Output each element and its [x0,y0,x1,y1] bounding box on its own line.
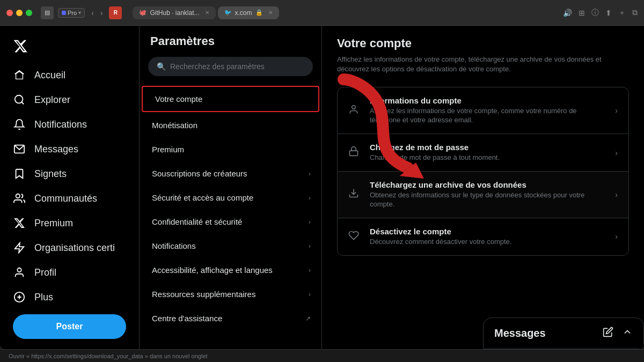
sidebar-item-plus[interactable]: Plus [4,285,135,309]
messages-panel: Messages [483,317,644,349]
search-icon: 🔍 [157,62,166,71]
sidebar-label-messages: Messages [34,144,78,155]
sidebar-label-accueil: Accueil [34,70,65,81]
sidebar-label-plus: Plus [34,292,53,303]
chevron-right-icon: › [309,291,311,298]
settings-item-label-securite: Sécurité et accès au compte [152,193,309,202]
sidebar-label-communautes: Communautés [34,193,97,204]
chevron-right-icon: › [615,232,618,241]
settings-item-label-monetisation: Monétisation [152,121,311,130]
svg-marker-4 [15,243,24,253]
section-item-password[interactable]: Changez de mot de passe Changez de mot d… [338,134,628,172]
search-input[interactable] [170,62,304,71]
maximize-button[interactable] [26,10,32,16]
content-section-account: Informations du compte Affichez les info… [337,87,629,255]
back-arrow[interactable]: ‹ [89,8,96,18]
section-item-title-password: Changez de mot de passe [370,143,606,152]
sidebar-item-communautes[interactable]: Communautés [4,187,135,210]
sidebar-label-signets: Signets [34,168,67,180]
sidebar-item-accueil[interactable]: Accueil [4,63,135,87]
settings-item-monetisation[interactable]: Monétisation [140,113,321,137]
sidebar-item-premium[interactable]: Premium [4,211,135,235]
chevron-right-icon: › [615,106,618,115]
sidebar-item-notifications[interactable]: Notifications [4,113,135,136]
chevron-right-icon: › [615,149,618,157]
settings-title: Paramètres [140,26,321,57]
sidebar-toggle-icon[interactable]: ▤ [41,6,54,19]
sidebar-item-messages[interactable]: Messages [4,137,135,161]
section-item-deactivate[interactable]: Désactivez le compte Découvrez comment d… [338,218,628,255]
external-link-icon: ↗ [305,315,311,322]
x-logo [4,34,135,60]
settings-item-premium[interactable]: Premium [140,137,321,161]
sidebar-item-organisations[interactable]: Organisations certi [4,236,135,260]
settings-item-accessibilite[interactable]: Accessibilité, affichage et langues › [140,258,321,282]
close-button[interactable] [6,10,13,16]
nav-arrows: ‹ › [89,8,105,18]
section-item-archive[interactable]: Téléchargez une archive de vos données O… [338,172,628,218]
tab-close-xcom[interactable]: ✕ [268,10,273,16]
content-area: Votre compte Affichez les informations d… [322,26,644,349]
settings-item-souscriptions[interactable]: Souscriptions de créateurs › [140,161,321,186]
collapse-messages-icon[interactable] [622,327,633,340]
search-icon [13,93,26,106]
titlebar-actions: 🔊 ⊞ ⓘ ⬆ ＋ ⧉ [563,8,638,18]
sidebar-label-explorer: Explorer [34,94,70,106]
app-icon: R [109,6,122,19]
sidebar-user[interactable]: Marine AMARO MARI @marine_redac ··· [4,344,135,349]
titlebar: ▤ Pro ▾ ‹ › R 🐙 GitHub · ianklat... ✕ 🐦 … [0,0,644,26]
main-window: Accueil Explorer Notifications Messages [0,26,644,349]
svg-point-3 [16,194,20,198]
more-icon [13,291,26,304]
download-icon [348,188,361,201]
status-text: Ouvrir « https://x.com/settings/download… [9,353,208,359]
lightning-icon [13,241,26,254]
settings-item-securite[interactable]: Sécurité et accès au compte › [140,186,321,210]
section-item-desc-archive: Obtenez des informations sur le type de … [370,191,606,209]
compose-message-icon[interactable] [603,327,613,340]
section-item-desc-informations: Affichez les informations de votre compt… [370,107,606,125]
tab-github[interactable]: 🐙 GitHub · ianklat... ✕ [133,6,215,19]
settings-item-label-centre: Centre d'assistance [152,314,305,323]
settings-item-centre[interactable]: Centre d'assistance ↗ [140,306,321,330]
votre-compte-item-wrapper: Votre compte [142,86,319,112]
new-tab-icon[interactable]: ＋ [618,8,626,18]
profile-icon [13,266,26,279]
sidebar-item-profil[interactable]: Profil [4,261,135,284]
settings-search[interactable]: 🔍 [148,57,313,76]
tab-xcom[interactable]: 🐦 x.com 🔒 ✕ [218,6,279,19]
bookmark-icon [13,167,26,180]
info-icon[interactable]: ⓘ [591,8,599,18]
settings-item-ressources[interactable]: Ressources supplémentaires › [140,282,321,306]
share-icon[interactable]: ⬆ [605,9,612,17]
post-button[interactable]: Poster [13,314,126,339]
tab-bar: 🐙 GitHub · ianklat... ✕ 🐦 x.com 🔒 ✕ [133,6,552,19]
minimize-button[interactable] [16,10,23,16]
heart-icon [348,230,361,243]
communities-icon [13,192,26,205]
settings-item-label-premium: Premium [152,145,311,154]
sidebar-label-organisations: Organisations certi [34,242,115,254]
person-icon [348,104,361,117]
svg-rect-11 [350,151,358,156]
settings-item-label-accessibilite: Accessibilité, affichage et langues [152,265,309,275]
settings-panel: Paramètres 🔍 Votre compte Monétisation P… [140,26,322,349]
tabs-icon[interactable]: ⧉ [632,8,638,17]
content-title: Votre compte [337,36,629,50]
tab-close-github[interactable]: ✕ [205,10,209,16]
section-item-content-informations: Informations du compte Affichez les info… [370,96,606,125]
forward-arrow[interactable]: › [98,8,105,18]
svg-line-1 [21,102,24,104]
settings-item-notifications[interactable]: Notifications › [140,234,321,258]
chevron-right-icon: › [309,267,311,274]
settings-item-votre-compte[interactable]: Votre compte [143,87,318,111]
settings-item-label-ressources: Ressources supplémentaires [152,290,309,299]
sidebar-item-signets[interactable]: Signets [4,162,135,186]
sidebar-item-explorer[interactable]: Explorer [4,88,135,112]
settings-item-confidentialite[interactable]: Confidentialité et sécurité › [140,210,321,234]
section-item-informations[interactable]: Informations du compte Affichez les info… [338,87,628,134]
chevron-right-icon: › [309,194,311,202]
status-bar: Ouvrir « https://x.com/settings/download… [0,349,644,362]
settings-item-label-souscriptions: Souscriptions de créateurs [152,169,309,178]
mail-icon [13,143,26,156]
